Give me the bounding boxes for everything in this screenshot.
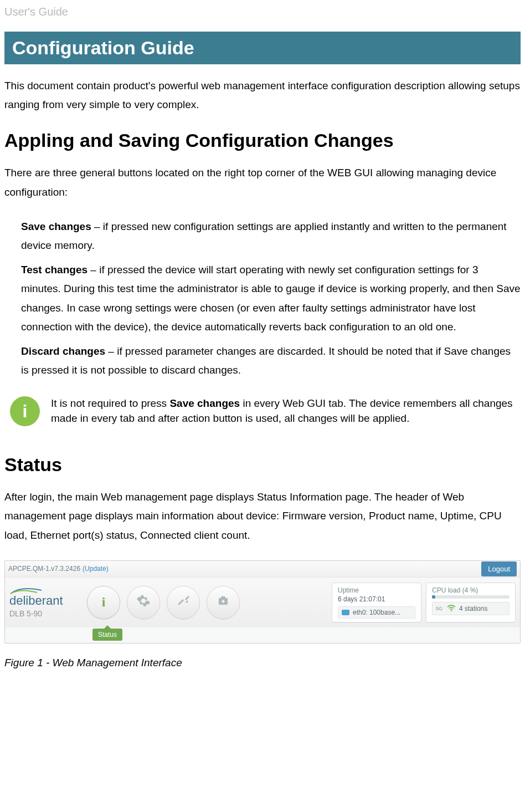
cpu-bar	[432, 595, 509, 599]
apply-intro-paragraph: There are three general buttons located …	[4, 164, 521, 201]
ss-update-link[interactable]: (Update)	[83, 565, 109, 573]
list-body: – if pressed the device will start opera…	[21, 264, 521, 333]
cpu-bar-fill	[432, 595, 435, 599]
list-lead: Test changes	[21, 264, 87, 275]
list-item: Discard changes – if pressed parameter c…	[4, 342, 521, 380]
ss-model: DLB 5-90	[9, 609, 81, 618]
uptime-label: Uptime	[338, 586, 415, 594]
ss-brand-name: deliberant	[9, 594, 81, 608]
ss-main-row: deliberant DLB 5-90 i	[5, 578, 520, 627]
eth-row: eth0: 100base...	[338, 606, 415, 619]
list-item: Test changes – if pressed the device wil…	[4, 261, 521, 336]
ss-firmware: APCPE.QM-1.v7.3.2426 (Update)	[8, 565, 109, 573]
info-glyph-icon: i	[102, 595, 106, 610]
ss-right-panels: Uptime 6 days 21:07:01 eth0: 100base... …	[332, 583, 516, 622]
heading-status: Status	[4, 454, 521, 476]
nav-settings-button[interactable]	[127, 586, 160, 619]
info-icon: i	[10, 396, 40, 426]
banner-title: Configuration Guide	[4, 32, 521, 64]
cpu-panel: CPU load (4 %) 5G 4 stations	[426, 583, 516, 622]
ss-brand-block: deliberant DLB 5-90	[9, 587, 81, 618]
list-lead: Discard changes	[21, 345, 105, 357]
page-header-label: User's Guide	[4, 6, 521, 18]
five-g-label: 5G	[436, 606, 442, 611]
status-paragraph: After login, the main Web management pag…	[4, 488, 521, 545]
list-body: – if pressed new configuration settings …	[21, 221, 507, 251]
ss-nav-circles: i	[87, 586, 240, 619]
ss-fw-version: APCPE.QM-1.v7.3.2426	[8, 565, 80, 573]
briefcase-plus-icon	[217, 594, 230, 611]
stations-row: 5G 4 stations	[432, 602, 509, 615]
screenshot-figure: APCPE.QM-1.v7.3.2426 (Update) Logout del…	[4, 560, 521, 644]
list-item: Save changes – if pressed new configurat…	[4, 217, 521, 255]
cpu-label: CPU load (4 %)	[432, 586, 509, 594]
nav-tools-button[interactable]	[167, 586, 200, 619]
info-bold: Save changes	[169, 397, 240, 409]
stations-label: 4 stations	[459, 605, 487, 612]
nav-status-button[interactable]: i	[87, 586, 120, 619]
intro-paragraph: This document contain product's powerful…	[4, 76, 521, 114]
ss-topbar: APCPE.QM-1.v7.3.2426 (Update) Logout	[5, 561, 520, 578]
heading-apply-save: Appling and Saving Configuration Changes	[4, 130, 521, 151]
info-text: It is not required to press Save changes…	[51, 396, 521, 426]
info-pre: It is not required to press	[51, 397, 169, 409]
logout-button[interactable]: Logout	[481, 561, 517, 576]
nav-service-button[interactable]	[207, 586, 240, 619]
info-callout: i It is not required to press Save chang…	[10, 396, 521, 426]
gear-icon	[136, 594, 151, 611]
uptime-value: 6 days 21:07:01	[338, 595, 415, 603]
wifi-icon	[447, 604, 456, 613]
status-tooltip: Status	[92, 629, 122, 641]
uptime-panel: Uptime 6 days 21:07:01 eth0: 100base...	[332, 583, 421, 622]
svg-point-0	[451, 610, 452, 611]
list-lead: Save changes	[21, 221, 91, 232]
tools-icon	[177, 594, 190, 611]
ethernet-icon	[342, 610, 349, 615]
figure-caption: Figure 1 - Web Management Interface	[4, 657, 521, 669]
eth-label: eth0: 100base...	[353, 609, 400, 616]
